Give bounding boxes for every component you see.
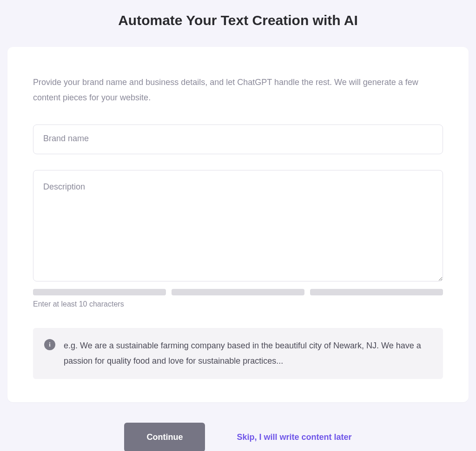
page-title: Automate Your Text Creation with AI — [0, 0, 476, 47]
helper-text: Enter at least 10 characters — [33, 300, 443, 308]
strength-bar-1 — [33, 289, 166, 295]
example-hint-text: e.g. We are a sustainable farming compan… — [64, 338, 432, 369]
info-icon: i — [44, 339, 55, 350]
continue-button[interactable]: Continue — [124, 423, 205, 451]
strength-bar-3 — [310, 289, 443, 295]
example-hint: i e.g. We are a sustainable farming comp… — [33, 328, 443, 379]
strength-indicator — [33, 289, 443, 295]
strength-bar-2 — [172, 289, 304, 295]
brand-name-field-wrap: Brand name — [33, 124, 443, 154]
skip-link[interactable]: Skip, I will write content later — [237, 432, 351, 442]
brand-name-input[interactable] — [33, 124, 443, 154]
description-textarea[interactable] — [33, 170, 443, 281]
description-field-wrap: Description — [33, 170, 443, 283]
intro-text: Provide your brand name and business det… — [33, 75, 443, 106]
action-bar: Continue Skip, I will write content late… — [0, 402, 476, 451]
form-card: Provide your brand name and business det… — [7, 47, 469, 402]
